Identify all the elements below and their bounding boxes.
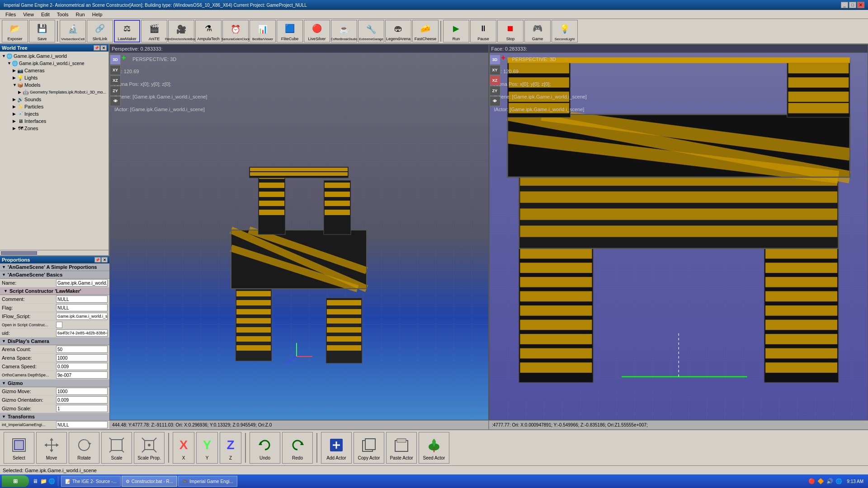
btn-rotate[interactable]: Rotate [69,432,99,464]
tree-item-sounds[interactable]: ▶ 🔊 Sounds [1,96,108,103]
tree-item-particles[interactable]: ▶ ✨ Particles [1,103,108,110]
taskbar-tray: 🔴 🔶 🔊 🌐 9:13 AM [808,478,866,485]
minimize-button[interactable]: _ [841,2,848,8]
copy-actor-label: Copy Actor [358,455,380,460]
toolbar-exposer[interactable]: 📂 Exposer [2,20,28,42]
vp-left-status-text: 444.48: Y:4777.78: Z:-9111.03: Ori: X:0.… [112,422,272,427]
toolbar-fastcheese[interactable]: 🧀 FastCheese [412,20,439,42]
menu-edit[interactable]: Edit [38,11,53,18]
undo-icon [255,436,274,455]
toolbar-run[interactable]: ▶ Run [443,20,469,42]
toolbar-extreeme[interactable]: 🔧 ExtreemeGarage [358,20,384,42]
btn-z[interactable]: Z Z [220,432,241,464]
vp-left-header-text: Perspective: 0.283333: [112,46,163,52]
taskbar-item-ige-engine[interactable]: 🎮 Imperial Game Engi... [178,476,237,487]
taskbar-start[interactable]: ⊞ [2,475,29,487]
vp-btn-xz[interactable]: XZ [110,75,121,85]
scroll-thumb[interactable] [1,251,37,255]
tree-item-injects[interactable]: ▶ 💉 Injects [1,110,108,117]
taskbar-quicklaunch-1[interactable]: 🖥 [32,478,39,485]
tree-item-models[interactable]: ▼ 📦 Models [1,81,108,89]
vp-btn-eye[interactable]: 👁 [110,96,121,106]
toolbar-save[interactable]: 💾 Save [29,20,55,42]
taskbar-quicklaunch-3[interactable]: 🌐 [48,478,55,485]
menu-view[interactable]: View [19,11,38,18]
taskbar-item-constructor[interactable]: ⚙ Constructor.bat - R... [122,476,177,487]
viewport-perspective[interactable]: Perspective: 0.283333: 3D XY XZ ZY 👁 + [109,44,489,420]
toolbar-vivisectioncell[interactable]: 🔬 VivisectionCell [60,20,86,42]
toolbar-ampulatech[interactable]: ⚗ AmpulaTech [195,20,222,42]
properties-pin[interactable]: 📌 [94,257,101,263]
btn-y[interactable]: Y Y [196,432,218,464]
btn-seed-actor[interactable]: Seed Actor [419,432,449,464]
close-button[interactable]: ✕ [857,2,864,8]
prop-section-gizmo[interactable]: ▼ Gizmo [0,380,109,387]
tray-icon-1[interactable]: 🔴 [808,478,815,485]
tree-item-geometry[interactable]: ▶ 🤖 Geometry.Templates.ipk.Robot.i_3D_mo… [1,89,108,96]
tree-item-cameras[interactable]: ▶ 📷 Cameras [1,67,108,74]
prop-section-angamescene-proportions[interactable]: ▼ 'AnGameScene' A Simple Proportions [0,263,109,271]
vp-right-btn-zy[interactable]: ZY [490,86,500,96]
viewport-face[interactable]: Face: 0.283333: 3D XY XZ ZY 👁 + [489,44,868,420]
tray-icon-2[interactable]: 🔶 [817,478,824,485]
btn-scale-prop[interactable]: Scale Prop. [134,432,165,464]
prop-section-transforms[interactable]: ▼ Transforms [0,413,109,421]
toolbar-lawmaker[interactable]: ⚖ LawMaker [114,20,140,42]
toolbar-secondlight[interactable]: 💡 SecondLight [552,20,578,42]
toolbar-livesilver[interactable]: 🔴 LiveSilver [304,20,330,42]
toolbar-coffeebreak[interactable]: ☕ CoffeeBreakStudio [331,20,357,42]
toolbar-game[interactable]: 🎮 Game [524,20,551,42]
menu-files[interactable]: Files [2,11,19,18]
toolbar-skrilink[interactable]: 🔗 SkrILink [87,20,113,42]
properties-close[interactable]: ✕ [101,257,108,263]
toolbar-pause[interactable]: ⏸ Pause [470,20,496,42]
btn-redo[interactable]: Redo [282,432,313,464]
toolbar-samurai[interactable]: ⏰ SamuraiGolenClock [222,20,249,42]
btn-move[interactable]: Move [36,432,67,464]
maximize-button[interactable]: □ [849,2,856,8]
toolbar-flitecube[interactable]: 🟦 FliteCube [277,20,303,42]
tree-item-interfaces[interactable]: ▶ 🖥 Interfaces [1,117,108,125]
vp-right-btn-xz[interactable]: XZ [490,75,500,85]
btn-undo[interactable]: Undo [250,432,280,464]
btn-x[interactable]: X X [173,432,194,464]
btn-scale[interactable]: Scale [101,432,132,464]
tree-item-scene[interactable]: ▼ 🌐 Game.ipk.Game.i_world.i_scene [1,60,108,67]
undo-label: Undo [259,455,270,460]
toolbar-filmdirectors[interactable]: 🎥 FilmDirectorsNoteBook [168,20,194,42]
world-tree-close[interactable]: ✕ [100,45,107,51]
taskbar-item-ige-source[interactable]: 📝 The IGE 2- Source -... [61,476,121,487]
tray-icon-3[interactable]: 🔊 [826,478,833,485]
menu-tools[interactable]: Tools [53,11,72,18]
vp-right-header-text: Face: 0.283333: [491,46,528,52]
menu-help[interactable]: Help [89,11,106,18]
world-tree: World Tree 📌 ✕ ▼ 🌐 Game.ipk.Game.i_world [0,44,109,255]
world-tree-scrollbar[interactable] [0,250,108,255]
world-tree-pin[interactable]: 📌 [94,45,100,51]
tree-item-world[interactable]: ▼ 🌐 Game.ipk.Game.i_world [1,52,108,60]
toolbar-legend[interactable]: 🏟 LegendArena [385,20,411,42]
prop-section-display-camera[interactable]: ▼ DisPlay's Camera [0,338,109,345]
btn-add-actor[interactable]: Add Actor [321,432,352,464]
btn-select[interactable]: Select [4,432,34,464]
toolbar-bestbar[interactable]: 📊 BestBarViewer [250,20,276,42]
btn-copy-actor[interactable]: Copy Actor [354,432,384,464]
prop-section-scriptconstructor[interactable]: ▼ Script Constructor 'LawMaker' [0,287,109,295]
toolbar-stop[interactable]: ⏹ Stop [497,20,524,42]
vp-btn-3d[interactable]: 3D [110,55,121,65]
svg-line-100 [142,450,145,452]
prop-section-angamescene-basics[interactable]: ▼ 'AnGameScene' Basics [0,271,109,279]
tray-icon-network[interactable]: 🌐 [835,478,842,485]
btn-paste-actor[interactable]: Paste Actor [386,432,417,464]
vp-right-btn-eye[interactable]: 👁 [490,96,500,106]
vp-btn-xy[interactable]: XY [110,65,121,75]
menu-run[interactable]: Run [72,11,89,18]
svg-line-96 [122,450,124,452]
tree-item-zones[interactable]: ▶ 🗺 Zones [1,125,108,132]
taskbar-quicklaunch-2[interactable]: 📁 [40,478,47,485]
toolbar-anite[interactable]: 🎬 AniTE [141,20,167,42]
vp-right-btn-3d[interactable]: 3D [490,55,500,65]
vp-btn-zy[interactable]: ZY [110,86,121,96]
tree-item-lights[interactable]: ▶ 💡 Lights [1,74,108,81]
vp-right-btn-xy[interactable]: XY [490,65,500,75]
